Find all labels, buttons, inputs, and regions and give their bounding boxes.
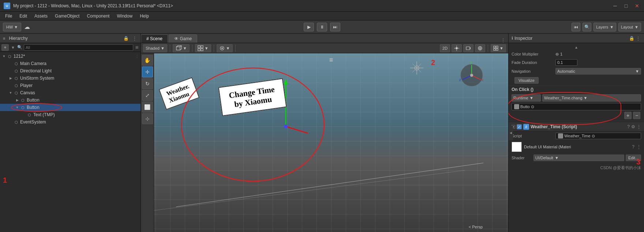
svg-line-25	[176, 163, 483, 207]
hierarchy-add-button[interactable]: +	[1, 44, 9, 51]
add-event-button[interactable]: +	[624, 112, 632, 119]
visualize-button[interactable]: Visualize	[514, 77, 539, 84]
material-dots-btn[interactable]: ⋮	[637, 144, 641, 149]
inspector-header: ℹ Inspector 🔒 ⋮	[509, 34, 644, 43]
function-dropdown[interactable]: Weather_Time.chang ▼	[542, 94, 641, 102]
menu-gameobject[interactable]: GameObject	[52, 13, 82, 19]
inspector-scroll-up[interactable]: ▲	[509, 45, 644, 50]
menu-window[interactable]: Window	[114, 13, 135, 19]
inspector-dots-button[interactable]: ⋮	[635, 36, 641, 41]
menu-help[interactable]: Help	[137, 13, 152, 19]
component-enable-toggle[interactable]: ✓	[517, 124, 522, 129]
hierarchy-filter-button[interactable]: ⊞	[135, 45, 139, 49]
navigation-dropdown[interactable]: Automatic ▼	[555, 68, 641, 75]
shader-label: Shader	[512, 156, 533, 160]
pause-button[interactable]: ⏸	[317, 23, 327, 31]
hierarchy-item-directional-light[interactable]: ⬡ Directional Light	[0, 67, 141, 75]
fade-duration-input[interactable]	[555, 59, 577, 66]
button1-icon: ⬡	[20, 97, 26, 103]
layout-arrow: ▼	[634, 25, 639, 29]
2d-btn[interactable]: 2D	[440, 44, 450, 52]
scale-tool[interactable]: ⤢	[142, 90, 153, 101]
light-icon: ⬡	[13, 68, 19, 74]
grid-btn[interactable]: ▼	[195, 44, 211, 52]
svg-rect-9	[201, 49, 203, 51]
butto-label: Butto	[520, 104, 530, 109]
step-button[interactable]: ⏭	[330, 23, 340, 31]
hierarchy-item-player[interactable]: ⬡ Player	[0, 82, 141, 89]
tab-scene[interactable]: # Scene	[141, 34, 168, 43]
remove-event-button[interactable]: −	[633, 112, 640, 119]
vfx-btn[interactable]	[475, 44, 485, 52]
search-icon: 🔍	[17, 45, 22, 50]
scene-panel-dots[interactable]: ⋮	[500, 38, 506, 43]
hier-label-unistorm: UniStorm System	[20, 76, 54, 81]
edit-shader-button[interactable]: Edit...	[626, 155, 641, 161]
butto-obj-icon	[514, 104, 519, 109]
play-button[interactable]: ▶	[304, 23, 314, 31]
hw-dropdown[interactable]: HW ▼	[3, 23, 21, 31]
camera-btn[interactable]	[463, 44, 473, 52]
menu-edit[interactable]: Edit	[16, 13, 30, 19]
transform-tool[interactable]: ⊹	[142, 113, 153, 124]
hamburger-icon: ≡	[329, 56, 333, 64]
script-field[interactable]: Weather_Time ⊙	[555, 133, 641, 139]
hierarchy-lock-button[interactable]: 🔒	[123, 36, 130, 41]
tab-game[interactable]: 👁 Game	[169, 34, 197, 43]
hierarchy-dots-button[interactable]: ⋮	[132, 36, 138, 41]
menu-component[interactable]: Component	[84, 13, 112, 19]
more-btn[interactable]: ▼	[491, 44, 506, 52]
hier-label-button1: Button	[27, 98, 40, 103]
compass-icon	[409, 61, 424, 75]
snap-btn[interactable]: ▼	[217, 44, 233, 52]
move-tool[interactable]: ✛	[142, 66, 153, 77]
axis-gizmo-container: x y z	[457, 61, 486, 91]
hierarchy-search-input[interactable]	[24, 44, 133, 51]
eventsystem-icon: ⬡	[13, 119, 19, 125]
shaded-dropdown[interactable]: Shaded ▼	[143, 44, 167, 52]
hierarchy-item-button2[interactable]: ▼ ⬡ Button	[0, 104, 141, 111]
hierarchy-item-text-tmp[interactable]: ⬡ Text (TMP)	[0, 111, 141, 118]
hierarchy-list: ▼ ⬡ 1212* ⋮ ⬡ Main Camera ⬡ Directional …	[0, 52, 141, 232]
inspector-lock-button[interactable]: 🔒	[628, 36, 635, 41]
hierarchy-item-main-camera[interactable]: ⬡ Main Camera	[0, 60, 141, 67]
light-btn[interactable]	[452, 44, 462, 52]
toolbar-center-controls: ▶ ⏸ ⏭	[304, 23, 340, 31]
layers-dropdown[interactable]: Layers ▼	[594, 23, 616, 31]
menu-file[interactable]: File	[2, 13, 15, 19]
hierarchy-item-eventsystem[interactable]: ⬡ EventSystem	[0, 118, 141, 126]
on-click-content: Runtime ▼ Weather_Time.chang ▼ Bu	[512, 94, 641, 110]
3d-toggle[interactable]: ▼	[173, 44, 190, 52]
comp-settings-btn[interactable]: ⚙	[631, 124, 635, 129]
close-button[interactable]: ✕	[634, 3, 640, 9]
svg-rect-21	[494, 46, 495, 48]
inspector-scroll-left-arrow[interactable]: ◄	[509, 126, 513, 140]
rect-tool[interactable]: ⬜	[142, 102, 153, 113]
runtime-dropdown[interactable]: Runtime ▼	[512, 94, 541, 102]
divider4	[235, 45, 236, 52]
comp-question-btn[interactable]: ?	[627, 124, 630, 129]
material-question-btn[interactable]: ?	[632, 144, 634, 149]
rotate-tool[interactable]: ↻	[142, 78, 153, 89]
hand-tool[interactable]: ✋	[142, 55, 153, 66]
hierarchy-item-unistorm[interactable]: ▶ ⬡ UniStorm System	[0, 75, 141, 82]
cloud-button[interactable]: ☁	[23, 23, 31, 30]
butto-field[interactable]: Butto ⊙	[512, 103, 641, 110]
layout-dropdown[interactable]: Layout ▼	[618, 23, 641, 31]
search-button[interactable]: 🔍	[583, 23, 591, 31]
history-button[interactable]: ⏮	[572, 23, 580, 31]
shader-dropdown[interactable]: UI/Default ▼	[533, 155, 624, 161]
button2-triangle: ▼	[15, 106, 20, 109]
minimize-button[interactable]: ─	[612, 3, 618, 9]
hierarchy-item-button1[interactable]: ▶ ⬡ Button	[0, 96, 141, 104]
hierarchy-item-canvas[interactable]: ▼ ⬡ Canvas	[0, 89, 141, 96]
more-arrow: ▼	[499, 46, 503, 50]
light-icon	[454, 46, 459, 51]
hierarchy-item-root[interactable]: ▼ ⬡ 1212* ⋮	[0, 53, 141, 60]
scene-content: Weather.Xiaomu Change Timeby Xiaomu	[154, 53, 508, 232]
hier-dots-root[interactable]: ⋮	[135, 54, 139, 59]
comp-dots-btn[interactable]: ⋮	[637, 124, 641, 129]
menu-assets[interactable]: Assets	[31, 13, 50, 19]
maximize-button[interactable]: □	[623, 3, 629, 9]
script-value: Weather_Time	[564, 134, 591, 138]
